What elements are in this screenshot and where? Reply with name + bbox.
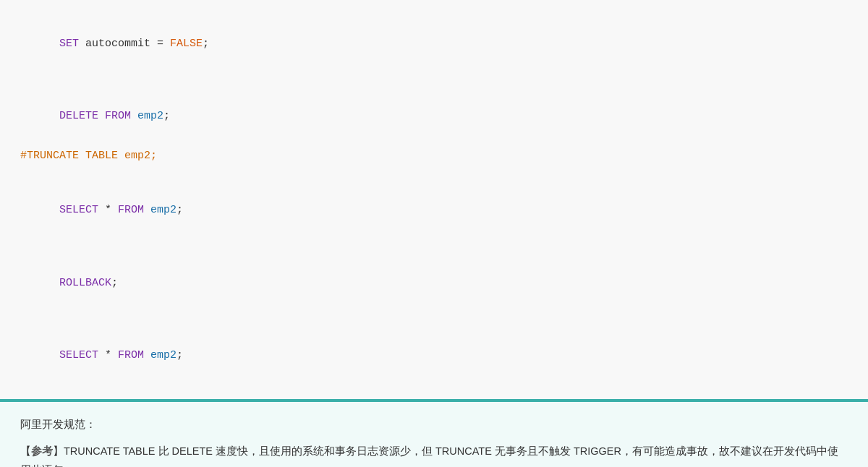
code-line-empty-1	[20, 73, 848, 87]
keyword-from-1: FROM	[118, 204, 144, 216]
table-emp2-3: emp2	[144, 349, 176, 361]
asterisk-2: *	[98, 349, 118, 361]
note-section: 阿里开发规范： 【参考】TRUNCATE TABLE 比 DELETE 速度快，…	[0, 402, 868, 467]
code-line-8: ROLLBACK;	[20, 254, 848, 312]
semicolon: ;	[176, 349, 183, 361]
table-emp2-2: emp2	[144, 204, 176, 216]
note-body: 【参考】TRUNCATE TABLE 比 DELETE 速度快，且使用的系统和事…	[20, 442, 848, 467]
code-line-1: SET autocommit = FALSE;	[20, 14, 848, 73]
page-container: SET autocommit = FALSE; DELETE FROM emp2…	[0, 0, 868, 467]
note-title: 阿里开发规范：	[20, 418, 848, 432]
code-line-3: DELETE FROM emp2;	[20, 87, 848, 146]
note-ref-label: 参考	[31, 445, 53, 457]
bracket-open: 【	[20, 445, 31, 457]
bracket-close: 】	[53, 445, 64, 457]
note-ref-paragraph: 【参考】TRUNCATE TABLE 比 DELETE 速度快，且使用的系统和事…	[20, 442, 848, 467]
keyword-from-2: FROM	[118, 349, 144, 361]
semicolon: ;	[163, 110, 170, 122]
code-line-10: SELECT * FROM emp2;	[20, 327, 848, 385]
table-emp2: emp2	[131, 110, 163, 122]
code-text: autocommit =	[79, 38, 170, 50]
code-line-6: SELECT * FROM emp2;	[20, 181, 848, 240]
keyword-select-2: SELECT	[59, 349, 98, 361]
keyword-delete: DELETE	[59, 110, 98, 122]
keyword-rollback: ROLLBACK	[59, 277, 111, 289]
keyword-set: SET	[59, 38, 79, 50]
code-section: SET autocommit = FALSE; DELETE FROM emp2…	[0, 0, 868, 399]
semicolon: ;	[176, 204, 183, 216]
keyword-from: FROM	[98, 110, 131, 122]
code-line-4-comment: #TRUNCATE TABLE emp2;	[20, 145, 848, 167]
semicolon: ;	[111, 277, 118, 289]
value-false: FALSE	[170, 38, 203, 50]
keyword-select-1: SELECT	[59, 204, 98, 216]
code-line-empty-3	[20, 239, 848, 254]
code-line-empty-2	[20, 167, 848, 181]
asterisk-1: *	[98, 204, 118, 216]
semicolon: ;	[203, 38, 209, 50]
code-line-empty-4	[20, 312, 848, 327]
note-ref-text: TRUNCATE TABLE 比 DELETE 速度快，且使用的系统和事务日志资…	[20, 445, 838, 467]
